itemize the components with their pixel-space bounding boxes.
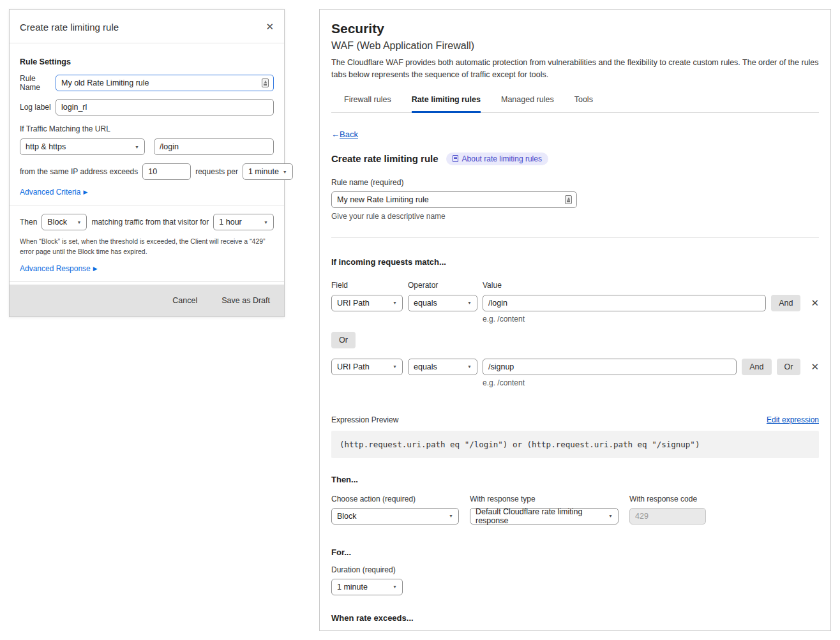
divider (331, 237, 819, 238)
for-section-title: For... (331, 547, 819, 557)
close-icon[interactable]: ✕ (266, 21, 274, 33)
choose-action-label: Choose action (required) (331, 495, 470, 503)
duration-select[interactable]: 1 minute ▼ (331, 579, 403, 595)
url-input[interactable] (154, 138, 274, 155)
log-label-input[interactable] (56, 99, 274, 115)
match-section-title: If incoming requests match... (331, 257, 819, 267)
url-match-row: http & https ▼ (20, 138, 274, 155)
tab-managed-rules[interactable]: Managed rules (501, 91, 554, 112)
or-row: Or (331, 332, 819, 348)
value-hint: e.g. /content (483, 378, 819, 387)
action-select[interactable]: Block ▼ (41, 214, 87, 230)
field-select[interactable]: URI Path ▼ (331, 295, 403, 311)
tab-tools[interactable]: Tools (574, 91, 593, 112)
rule-name-label: Rule Name (20, 74, 56, 92)
expression-preview-row: Expression Preview Edit expression (331, 415, 819, 424)
autofill-icon[interactable] (565, 195, 572, 204)
rule-name-input[interactable] (331, 191, 577, 208)
chevron-down-icon: ▼ (283, 170, 287, 174)
block-duration-select[interactable]: 1 hour ▼ (213, 214, 274, 230)
or-button[interactable]: Or (331, 332, 356, 348)
chevron-down-icon: ▼ (467, 364, 472, 369)
advanced-criteria-link[interactable]: Advanced Criteria ▶ (20, 188, 87, 197)
requests-label: Requests (required) (331, 631, 395, 632)
choose-action-select[interactable]: Block ▼ (331, 508, 459, 525)
then-controls-row: Block ▼ Default Cloudflare rate limiting… (331, 508, 819, 525)
and-button[interactable]: And (742, 359, 771, 375)
dialog-titlebar: Create rate limiting rule ✕ (10, 10, 284, 43)
rule-name-input[interactable] (56, 75, 274, 91)
chevron-down-icon: ▼ (264, 220, 268, 225)
then-section-title: Then... (331, 475, 819, 484)
field-column-label: Field (331, 281, 408, 290)
expression-code: (http.request.uri.path eq "/login") or (… (331, 431, 819, 458)
dialog-footer: Cancel Save as Draft (10, 285, 284, 316)
response-type-select[interactable]: Default Cloudflare rate limiting respons… (470, 508, 619, 525)
response-code-label: With response code (629, 495, 697, 503)
field-select[interactable]: URI Path ▼ (331, 359, 403, 375)
form-title-row: Create rate limiting rule About rate lim… (331, 153, 819, 165)
period-select[interactable]: 1 minute ▼ (243, 163, 293, 180)
scheme-select[interactable]: http & https ▼ (20, 138, 145, 155)
old-rate-limiting-dialog: Create rate limiting rule ✕ Rule Setting… (9, 9, 285, 317)
log-label-label: Log label (20, 103, 56, 112)
tab-rate-limiting-rules[interactable]: Rate limiting rules (412, 91, 481, 113)
rule-settings-heading: Rule Settings (20, 57, 274, 66)
response-code-input (629, 508, 706, 525)
value-hint: e.g. /content (483, 315, 819, 324)
edit-expression-link[interactable]: Edit expression (767, 415, 819, 424)
dialog-title: Create rate limiting rule (20, 22, 119, 33)
match-row: URI Path ▼ equals ▼ And ✕ (331, 295, 819, 311)
duration-label: Duration (required) (331, 565, 819, 574)
chevron-down-icon: ▼ (449, 514, 453, 518)
match-row: URI Path ▼ equals ▼ And Or ✕ (331, 359, 819, 375)
chevron-down-icon: ▼ (393, 301, 397, 305)
page-description: The Cloudflare WAF provides both automat… (331, 57, 819, 81)
tab-firewall-rules[interactable]: Firewall rules (344, 91, 391, 112)
and-button[interactable]: And (771, 295, 800, 311)
chevron-down-icon: ▼ (393, 584, 397, 589)
then-row: Then Block ▼ matching traffic from that … (20, 214, 274, 230)
rule-name-hint: Give your rule a descriptive name (331, 212, 819, 221)
operator-column-label: Operator (408, 281, 483, 290)
cancel-button[interactable]: Cancel (172, 296, 197, 305)
autofill-icon[interactable] (262, 78, 269, 87)
block-note-text: When “Block” is set, when the threshold … (20, 237, 270, 257)
divider (10, 205, 284, 205)
back-link[interactable]: ←Back (331, 130, 358, 139)
value-column-label: Value (483, 281, 502, 290)
arrow-left-icon: ← (331, 130, 340, 139)
screenshot-canvas: Create rate limiting rule ✕ Rule Setting… (0, 0, 840, 640)
save-as-draft-button[interactable]: Save as Draft (221, 296, 270, 305)
rate-labels-row: Requests (required) Period (required) (331, 631, 819, 632)
rule-name-label: Rule name (required) (331, 178, 819, 187)
advanced-response-link[interactable]: Advanced Response ▶ (20, 264, 98, 273)
remove-condition-icon[interactable]: ✕ (811, 361, 819, 373)
response-type-label: With response type (470, 495, 629, 503)
value-input[interactable] (483, 295, 766, 311)
rule-name-row: Rule Name (20, 74, 274, 92)
rule-name-block: Rule name (required) Give your rule a de… (331, 178, 819, 221)
expression-preview-label: Expression Preview (331, 415, 398, 424)
chevron-down-icon: ▼ (393, 364, 397, 369)
about-rate-limiting-badge[interactable]: About rate limiting rules (446, 153, 548, 165)
threshold-row: from the same IP address exceeds request… (20, 163, 274, 180)
value-input[interactable] (483, 359, 737, 375)
chevron-down-icon: ▼ (135, 145, 139, 149)
divider (10, 281, 284, 282)
dialog-body: Rule Settings Rule Name Log label If Tra… (10, 43, 284, 299)
threshold-input[interactable] (142, 163, 191, 180)
caret-right-icon: ▶ (83, 189, 87, 195)
threshold-middle-text: requests per (195, 167, 238, 176)
doc-icon (453, 155, 458, 162)
chevron-down-icon: ▼ (467, 301, 472, 305)
match-column-headers: Field Operator Value (331, 281, 819, 290)
or-button[interactable]: Or (777, 359, 801, 375)
remove-condition-icon[interactable]: ✕ (811, 297, 819, 309)
waf-security-panel: Security WAF (Web Application Firewall) … (319, 9, 831, 631)
operator-select[interactable]: equals ▼ (408, 359, 477, 375)
operator-select[interactable]: equals ▼ (408, 295, 477, 311)
threshold-prefix-text: from the same IP address exceeds (20, 167, 138, 176)
traffic-match-label: If Traffic Matching the URL (20, 124, 274, 133)
then-middle-text: matching traffic from that visitor for (91, 218, 209, 227)
